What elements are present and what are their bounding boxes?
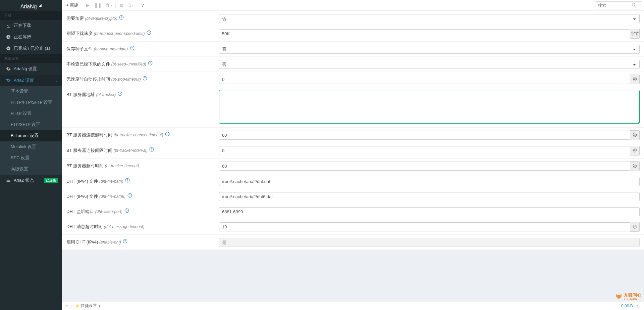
- search-box[interactable]: [595, 1, 642, 9]
- setting-input-readonly: [219, 177, 640, 186]
- help-icon[interactable]: ?: [119, 15, 124, 20]
- app-logo[interactable]: AriaNg ◢: [0, 0, 62, 11]
- submenu-ftp-sftp[interactable]: FTP/SFTP 设置: [0, 119, 62, 130]
- setting-title: DHT 监听端口: [66, 209, 94, 214]
- setting-label: DHT (IPv4) 文件 (dht-file-path) ?: [66, 177, 219, 186]
- setting-label: 无速度时自动停止时间 (bt-stop-timeout) ?: [66, 75, 219, 84]
- check-circle-icon: [5, 46, 12, 51]
- sidebar-item-downloading[interactable]: 正在下载: [0, 20, 62, 31]
- sidebar-item-label: Aria2 状态: [14, 177, 34, 183]
- aria2-settings-submenu: 基本设置 HTTP/FTP/SFTP 设置 HTTP 设置 FTP/SFTP 设…: [0, 86, 62, 175]
- help-icon[interactable]: ?: [149, 147, 154, 152]
- quick-settings-button[interactable]: 快捷设置 ▾: [81, 303, 100, 309]
- setting-title: BT 服务器连接间隔时间: [66, 148, 112, 153]
- help-icon[interactable]: ?: [118, 91, 122, 96]
- submenu-advanced[interactable]: 高级设置: [0, 164, 62, 175]
- setting-input[interactable]: [219, 29, 630, 38]
- setting-row: DHT (IPv4) 文件 (dht-file-path) ?: [62, 174, 644, 189]
- setting-select[interactable]: 否: [219, 60, 640, 69]
- upload-speed-value: -: [639, 304, 641, 308]
- caret-icon: ▾: [132, 4, 133, 7]
- svg-text:?: ?: [124, 240, 126, 243]
- setting-option-key: (dht-file-path6): [99, 194, 125, 199]
- quick-settings-label: 快捷设置: [81, 303, 97, 308]
- help-icon[interactable]: ?: [165, 132, 170, 136]
- sidebar-item-stopped[interactable]: 已完成 / 已停止 (1): [0, 43, 62, 54]
- setting-option-key: (dht-message-timeout): [104, 224, 145, 229]
- submenu-metalink[interactable]: Metalink 设置: [0, 141, 62, 152]
- settings-content[interactable]: 需要加密 (bt-require-crypto) ?否期望下载速度 (bt-re…: [62, 11, 644, 301]
- setting-title: BT 服务器超时时间: [66, 163, 104, 168]
- sort-icon: ⇅: [128, 3, 131, 8]
- menu-icon[interactable]: ≡: [65, 304, 68, 308]
- submenu-http[interactable]: HTTP 设置: [0, 108, 62, 119]
- setting-option-key: (dht-file-path): [99, 179, 123, 184]
- help-icon[interactable]: ?: [127, 193, 132, 198]
- setting-option-key: (bt-tracker-connect-timeout): [114, 133, 163, 137]
- setting-label: DHT (IPv6) 文件 (dht-file-path6) ?: [66, 192, 219, 201]
- svg-text:?: ?: [150, 62, 151, 65]
- caret-icon: ▾: [111, 4, 112, 7]
- download-speed: ↓ 0.00 B: [618, 304, 633, 308]
- setting-row: BT 服务器超时时间 (bt-tracker-timeout)秒: [62, 159, 644, 174]
- setting-select[interactable]: 否: [219, 14, 640, 23]
- setting-row: 不检查已经下载的文件 (bt-seed-unverified) ?否: [62, 57, 644, 72]
- sidebar-header-downloads: 下载: [0, 11, 62, 20]
- setting-option-key: (enable-dht): [99, 240, 121, 245]
- submenu-basic[interactable]: 基本设置: [0, 86, 62, 97]
- help-icon[interactable]: ?: [148, 61, 153, 65]
- setting-title: 启用 DHT (IPv4): [66, 239, 98, 245]
- sidebar-item-aria2-status[interactable]: Aria2 状态 已连接: [0, 175, 62, 186]
- help-icon[interactable]: ?: [130, 46, 135, 50]
- help-icon[interactable]: ?: [125, 178, 130, 183]
- setting-row: BT 服务器地址 (bt-tracker) ?✓: [62, 87, 644, 128]
- svg-text:?: ?: [121, 16, 122, 19]
- submenu-label: RPC 设置: [11, 155, 30, 161]
- setting-title: DHT (IPv4) 文件: [66, 179, 98, 184]
- sidebar-item-label: AriaNg 设置: [14, 66, 37, 72]
- setting-unit: 秒: [630, 75, 640, 84]
- new-button[interactable]: + 新建: [64, 1, 80, 10]
- setting-option-key: (bt-tracker): [96, 92, 116, 97]
- setting-title: DHT (IPv6) 文件: [66, 194, 98, 199]
- help-icon[interactable]: ?: [143, 76, 147, 81]
- toolbar-divider: [115, 2, 116, 8]
- setting-title: 无速度时自动停止时间: [66, 77, 110, 82]
- setting-title: 保存种子文件: [66, 46, 93, 51]
- setting-input[interactable]: [219, 162, 630, 171]
- submenu-bittorrent[interactable]: BitTorrent 设置: [0, 130, 62, 141]
- setting-title: DHT 消息超时时间: [66, 224, 103, 229]
- download-icon: [5, 23, 12, 28]
- search-input[interactable]: [598, 3, 632, 8]
- svg-text:?: ?: [129, 194, 130, 197]
- sidebar-item-waiting[interactable]: 正在等待: [0, 31, 62, 43]
- sidebar-item-ariang-settings[interactable]: AriaNg 设置: [0, 63, 62, 75]
- svg-text:?: ?: [148, 31, 150, 34]
- help-icon[interactable]: ?: [147, 30, 151, 35]
- submenu-label: 基本设置: [11, 89, 28, 94]
- setting-option-key: (bt-tracker-timeout): [105, 164, 139, 168]
- setting-control: ✓: [219, 90, 640, 125]
- help-icon[interactable]: ?: [124, 208, 129, 213]
- setting-select[interactable]: 否: [219, 45, 640, 54]
- setting-label: DHT 消息超时时间 (dht-message-timeout): [66, 222, 219, 232]
- setting-row: DHT 消息超时时间 (dht-message-timeout)秒: [62, 219, 644, 235]
- setting-unit: 秒: [630, 130, 640, 140]
- start-button: ▶: [84, 1, 92, 10]
- grid-icon: ▦: [119, 3, 123, 8]
- setting-label: BT 服务器超时时间 (bt-tracker-timeout): [66, 161, 219, 171]
- help-button[interactable]: ?: [139, 1, 147, 10]
- sidebar-item-aria2-settings[interactable]: Aria2 设置 ⌄: [0, 75, 62, 86]
- setting-input[interactable]: [219, 146, 630, 155]
- pause-icon: ❚❚: [94, 3, 102, 8]
- setting-input[interactable]: [219, 75, 630, 84]
- setting-input[interactable]: [219, 131, 630, 140]
- help-icon[interactable]: ?: [123, 239, 127, 243]
- svg-text:?: ?: [127, 179, 128, 182]
- setting-row: 启用 DHT (IPv4) (enable-dht) ?是: [62, 235, 644, 250]
- submenu-rpc[interactable]: RPC 设置: [0, 152, 62, 164]
- setting-control: [219, 177, 640, 186]
- trash-icon: 🗑: [106, 3, 110, 8]
- setting-textarea[interactable]: [219, 90, 640, 124]
- submenu-http-ftp-sftp[interactable]: HTTP/FTP/SFTP 设置: [0, 97, 62, 108]
